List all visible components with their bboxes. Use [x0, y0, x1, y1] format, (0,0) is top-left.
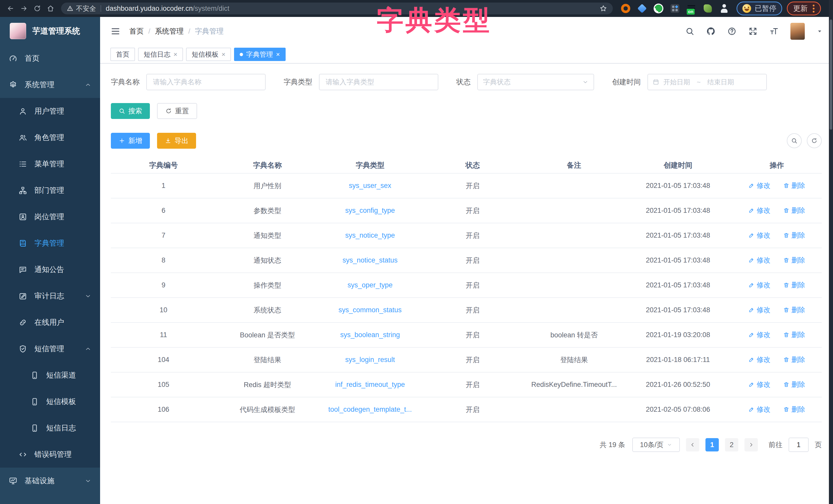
- tab[interactable]: 首页: [110, 48, 135, 61]
- edit-link[interactable]: 修改: [748, 206, 770, 215]
- sidebar-item[interactable]: 系统管理: [0, 72, 100, 98]
- edit-link[interactable]: 修改: [748, 280, 770, 290]
- status-select[interactable]: 字典状态: [477, 74, 594, 90]
- sidebar-item[interactable]: 基础设施: [0, 468, 100, 494]
- edit-link[interactable]: 修改: [748, 256, 770, 265]
- refresh-table-button[interactable]: [807, 133, 822, 148]
- sidebar-item[interactable]: 用户管理: [0, 98, 100, 124]
- sidebar-item[interactable]: 在线用户: [0, 309, 100, 335]
- browser-home-button[interactable]: [45, 3, 56, 14]
- delete-link[interactable]: 删除: [783, 206, 805, 215]
- edit-link[interactable]: 修改: [748, 330, 770, 339]
- dict-type-link[interactable]: tool_codegen_template_t...: [328, 406, 412, 413]
- dict-type-link[interactable]: sys_common_status: [338, 306, 402, 314]
- extension-icon-3[interactable]: [653, 3, 664, 14]
- user-avatar[interactable]: [790, 23, 805, 40]
- dict-type-link[interactable]: sys_user_sex: [349, 182, 391, 190]
- cell-remark: RedisKeyDefine.TimeoutT...: [524, 372, 624, 397]
- caret-down-icon[interactable]: [816, 28, 823, 34]
- browser-reload-button[interactable]: [31, 3, 43, 14]
- edit-link[interactable]: 修改: [748, 355, 770, 364]
- search-button[interactable]: 搜索: [111, 103, 150, 119]
- prev-page-button[interactable]: [686, 438, 699, 451]
- edit-link[interactable]: 修改: [748, 231, 770, 240]
- dict-type-link[interactable]: sys_config_type: [345, 207, 395, 214]
- cell-created: 2021-01-05 17:03:48: [624, 198, 732, 223]
- edit-link[interactable]: 修改: [748, 181, 770, 190]
- sidebar-item[interactable]: 短信模板: [0, 388, 100, 415]
- extension-icon-2[interactable]: [637, 3, 647, 14]
- delete-link[interactable]: 删除: [783, 231, 805, 240]
- edit-link[interactable]: 修改: [748, 380, 770, 389]
- goto-page-input[interactable]: [789, 437, 809, 452]
- delete-link[interactable]: 删除: [783, 355, 805, 364]
- sidebar-item[interactable]: 岗位管理: [0, 204, 100, 230]
- dict-type-link[interactable]: sys_login_result: [345, 356, 395, 363]
- browser-scrollbar[interactable]: [829, 0, 833, 504]
- tab[interactable]: 短信模板 ×: [186, 48, 231, 61]
- sidebar-item[interactable]: 角色管理: [0, 124, 100, 151]
- dict-name-input[interactable]: [146, 74, 266, 90]
- breadcrumb-home[interactable]: 首页: [129, 26, 144, 36]
- tab-close-icon[interactable]: ×: [173, 51, 177, 58]
- sidebar-item[interactable]: 部门管理: [0, 177, 100, 204]
- edit-link[interactable]: 修改: [748, 405, 770, 414]
- next-page-button[interactable]: [744, 438, 758, 451]
- font-size-icon[interactable]: [769, 27, 779, 36]
- sidebar-item[interactable]: 错误码管理: [0, 441, 100, 468]
- dict-type-link[interactable]: inf_redis_timeout_type: [335, 381, 405, 388]
- sidebar-item[interactable]: 首页: [0, 45, 100, 72]
- kebab-menu-icon[interactable]: [813, 5, 814, 12]
- tab-close-icon[interactable]: ×: [276, 51, 280, 58]
- search-icon[interactable]: [685, 27, 694, 36]
- delete-link[interactable]: 删除: [783, 305, 805, 314]
- extension-icon-5[interactable]: on: [686, 3, 696, 14]
- page-size-select[interactable]: 10条/页: [632, 437, 680, 452]
- date-range-picker[interactable]: 开始日期 ~ 结束日期: [647, 74, 767, 90]
- breadcrumb-system[interactable]: 系统管理: [155, 26, 184, 36]
- sidebar-item[interactable]: 短信渠道: [0, 362, 100, 388]
- add-button[interactable]: 新增: [111, 133, 150, 149]
- dict-type-input[interactable]: [319, 74, 438, 90]
- extension-icon-6[interactable]: [703, 3, 713, 14]
- sidebar-item[interactable]: 菜单管理: [0, 151, 100, 177]
- extension-icon-4[interactable]: [670, 3, 680, 14]
- browser-update-button[interactable]: 更新: [787, 2, 821, 16]
- dict-type-link[interactable]: sys_notice_type: [345, 231, 395, 239]
- tab[interactable]: 短信日志 ×: [138, 48, 183, 61]
- scrollbar-thumb[interactable]: [830, 20, 832, 130]
- delete-link[interactable]: 删除: [783, 181, 805, 190]
- edit-link[interactable]: 修改: [748, 305, 770, 314]
- sidebar-item[interactable]: 通知公告: [0, 256, 100, 283]
- show-search-toggle-button[interactable]: [787, 133, 802, 148]
- page-number-button[interactable]: 2: [725, 438, 738, 451]
- fullscreen-icon[interactable]: [748, 27, 758, 36]
- help-icon[interactable]: [727, 27, 737, 36]
- reset-button[interactable]: 重置: [157, 103, 197, 119]
- github-icon[interactable]: [706, 27, 715, 36]
- tab-close-icon[interactable]: ×: [221, 51, 225, 58]
- sidebar-item[interactable]: 字典管理: [0, 230, 100, 256]
- bookmark-star-icon[interactable]: [599, 5, 607, 12]
- browser-forward-button[interactable]: [18, 3, 30, 14]
- dict-type-link[interactable]: sys_notice_status: [342, 256, 398, 264]
- browser-back-button[interactable]: [5, 3, 17, 14]
- export-button[interactable]: 导出: [157, 133, 196, 149]
- tab[interactable]: 字典管理 ×: [234, 48, 285, 61]
- collapse-sidebar-icon[interactable]: [110, 26, 121, 36]
- sidebar-item[interactable]: 审计日志: [0, 283, 100, 309]
- sidebar-item[interactable]: 短信日志: [0, 415, 100, 441]
- delete-link[interactable]: 删除: [783, 405, 805, 414]
- address-bar[interactable]: 不安全 dashboard.yudao.iocoder.cn /system/d…: [61, 3, 613, 14]
- sidebar-item[interactable]: 短信管理: [0, 335, 100, 362]
- delete-link[interactable]: 删除: [783, 256, 805, 265]
- extension-icon-7[interactable]: [719, 3, 729, 14]
- delete-link[interactable]: 删除: [783, 330, 805, 339]
- delete-link[interactable]: 删除: [783, 380, 805, 389]
- delete-link[interactable]: 删除: [783, 280, 805, 290]
- profile-paused-chip[interactable]: 已暂停: [737, 2, 782, 16]
- extension-icon-1[interactable]: [620, 3, 631, 14]
- dict-type-link[interactable]: sys_boolean_string: [340, 331, 400, 339]
- page-number-button[interactable]: 1: [706, 438, 719, 451]
- dict-type-link[interactable]: sys_oper_type: [348, 281, 392, 289]
